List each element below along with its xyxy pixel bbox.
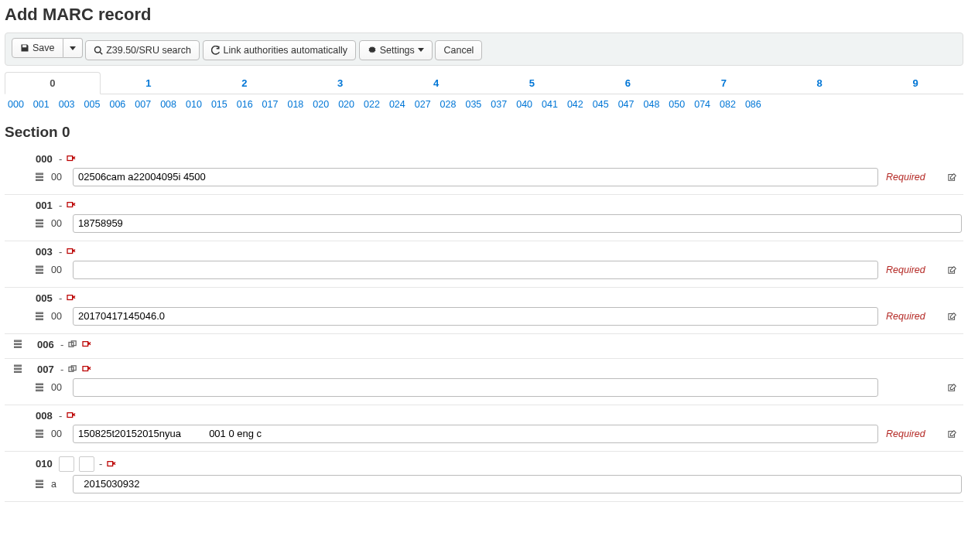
delete-field-icon[interactable] bbox=[67, 294, 76, 302]
section-tab-9[interactable]: 9 bbox=[867, 72, 963, 94]
delete-field-icon[interactable] bbox=[67, 201, 76, 209]
section-tab-8[interactable]: 8 bbox=[771, 72, 867, 94]
svg-rect-10 bbox=[67, 203, 73, 207]
tag-link-074[interactable]: 074 bbox=[694, 99, 710, 110]
svg-rect-46 bbox=[36, 384, 43, 385]
marc-field-007: 007-00 bbox=[5, 359, 963, 405]
drag-handle-icon[interactable] bbox=[14, 340, 22, 349]
field-actions bbox=[68, 340, 91, 348]
tag-link-041[interactable]: 041 bbox=[542, 99, 558, 110]
section-tab-7[interactable]: 7 bbox=[676, 72, 771, 94]
section-tab-6[interactable]: 6 bbox=[580, 72, 676, 94]
drag-handle-icon[interactable] bbox=[36, 172, 43, 182]
field-header: 010- bbox=[14, 456, 962, 472]
edit-subfield-icon[interactable] bbox=[948, 383, 962, 392]
z3950-search-button[interactable]: Z39.50/SRU search bbox=[85, 40, 200, 60]
duplicate-field-icon[interactable] bbox=[68, 365, 77, 373]
svg-rect-61 bbox=[36, 483, 43, 485]
tag-link-006[interactable]: 006 bbox=[109, 99, 125, 110]
tag-link-008[interactable]: 008 bbox=[160, 99, 176, 110]
delete-field-icon[interactable] bbox=[107, 460, 116, 468]
subfield-code: 00 bbox=[51, 429, 65, 439]
required-label: Required bbox=[886, 429, 940, 439]
svg-rect-13 bbox=[36, 220, 43, 221]
subfield-input[interactable] bbox=[73, 307, 878, 326]
drag-handle-icon[interactable] bbox=[36, 265, 43, 275]
tag-link-082[interactable]: 082 bbox=[720, 99, 736, 110]
tag-link-020[interactable]: 020 bbox=[338, 99, 354, 110]
tag-link-048[interactable]: 048 bbox=[643, 99, 659, 110]
tag-link-028[interactable]: 028 bbox=[440, 99, 457, 110]
dash-separator: - bbox=[60, 339, 63, 350]
indicator-2-input[interactable] bbox=[79, 456, 94, 472]
svg-point-0 bbox=[95, 46, 101, 53]
tag-link-050[interactable]: 050 bbox=[669, 99, 685, 110]
section-tab-3[interactable]: 3 bbox=[292, 72, 388, 94]
tag-link-017[interactable]: 017 bbox=[262, 99, 279, 110]
edit-subfield-icon[interactable] bbox=[948, 429, 962, 439]
drag-handle-icon[interactable] bbox=[36, 312, 43, 321]
section-tab-2[interactable]: 2 bbox=[197, 72, 292, 94]
edit-subfield-icon[interactable] bbox=[948, 312, 962, 321]
drag-handle-icon[interactable] bbox=[36, 219, 43, 228]
marc-field-010: 010-a bbox=[5, 452, 963, 502]
tag-link-015[interactable]: 015 bbox=[211, 99, 227, 110]
save-button[interactable]: Save bbox=[12, 38, 63, 58]
field-header: 001- bbox=[14, 200, 962, 211]
subfield-input[interactable] bbox=[73, 214, 962, 233]
tag-link-024[interactable]: 024 bbox=[389, 99, 405, 110]
tag-link-018[interactable]: 018 bbox=[287, 99, 303, 110]
tag-link-022[interactable]: 022 bbox=[364, 99, 380, 110]
tag-link-086[interactable]: 086 bbox=[745, 99, 761, 110]
subfield-input[interactable] bbox=[73, 168, 878, 186]
section-tab-5[interactable]: 5 bbox=[484, 72, 580, 94]
tag-link-020[interactable]: 020 bbox=[313, 99, 329, 110]
section-tab-0[interactable]: 0 bbox=[5, 72, 101, 94]
subfield-input[interactable] bbox=[73, 475, 962, 493]
subfield-code: 00 bbox=[51, 382, 65, 393]
edit-subfield-icon[interactable] bbox=[948, 172, 962, 182]
delete-field-icon[interactable] bbox=[82, 340, 91, 348]
indicator-1-input[interactable] bbox=[59, 456, 74, 472]
link-authorities-button[interactable]: Link authorities automatically bbox=[203, 40, 357, 60]
tag-link-007[interactable]: 007 bbox=[135, 99, 151, 110]
section-tab-4[interactable]: 4 bbox=[388, 72, 484, 94]
delete-field-icon[interactable] bbox=[67, 411, 76, 419]
svg-rect-53 bbox=[36, 430, 43, 432]
tag-link-bar: 0000010030050060070080100150160170180200… bbox=[5, 94, 963, 113]
tag-link-040[interactable]: 040 bbox=[516, 99, 532, 110]
tag-link-042[interactable]: 042 bbox=[567, 99, 583, 110]
tag-link-045[interactable]: 045 bbox=[593, 99, 609, 110]
marc-field-000: 000-00Required bbox=[5, 149, 963, 195]
marc-field-006: 006- bbox=[5, 334, 963, 359]
settings-button[interactable]: Settings bbox=[359, 40, 433, 60]
tag-link-000[interactable]: 000 bbox=[8, 99, 24, 110]
tag-link-027[interactable]: 027 bbox=[415, 99, 431, 110]
cancel-button[interactable]: Cancel bbox=[435, 40, 482, 60]
tag-link-047[interactable]: 047 bbox=[618, 99, 635, 110]
tag-number: 001 bbox=[36, 200, 54, 211]
drag-handle-icon[interactable] bbox=[36, 480, 43, 489]
tag-link-003[interactable]: 003 bbox=[59, 99, 75, 110]
field-actions bbox=[68, 365, 91, 373]
subfield-input[interactable] bbox=[73, 425, 878, 443]
drag-handle-icon[interactable] bbox=[36, 383, 43, 392]
subfield-input[interactable] bbox=[73, 261, 878, 279]
delete-field-icon[interactable] bbox=[67, 155, 76, 162]
tag-link-005[interactable]: 005 bbox=[84, 99, 101, 110]
field-header: 000- bbox=[14, 153, 962, 165]
section-tab-1[interactable]: 1 bbox=[101, 72, 197, 94]
duplicate-field-icon[interactable] bbox=[68, 340, 77, 348]
tag-link-010[interactable]: 010 bbox=[186, 99, 202, 110]
tag-link-035[interactable]: 035 bbox=[465, 99, 481, 110]
delete-field-icon[interactable] bbox=[67, 248, 76, 255]
drag-handle-icon[interactable] bbox=[14, 364, 22, 374]
delete-field-icon[interactable] bbox=[82, 365, 91, 373]
drag-handle-icon[interactable] bbox=[36, 429, 43, 439]
save-dropdown-toggle[interactable] bbox=[63, 38, 83, 58]
tag-link-037[interactable]: 037 bbox=[491, 99, 507, 110]
edit-subfield-icon[interactable] bbox=[948, 265, 962, 275]
tag-link-001[interactable]: 001 bbox=[33, 99, 50, 110]
subfield-input[interactable] bbox=[73, 378, 878, 397]
tag-link-016[interactable]: 016 bbox=[237, 99, 253, 110]
